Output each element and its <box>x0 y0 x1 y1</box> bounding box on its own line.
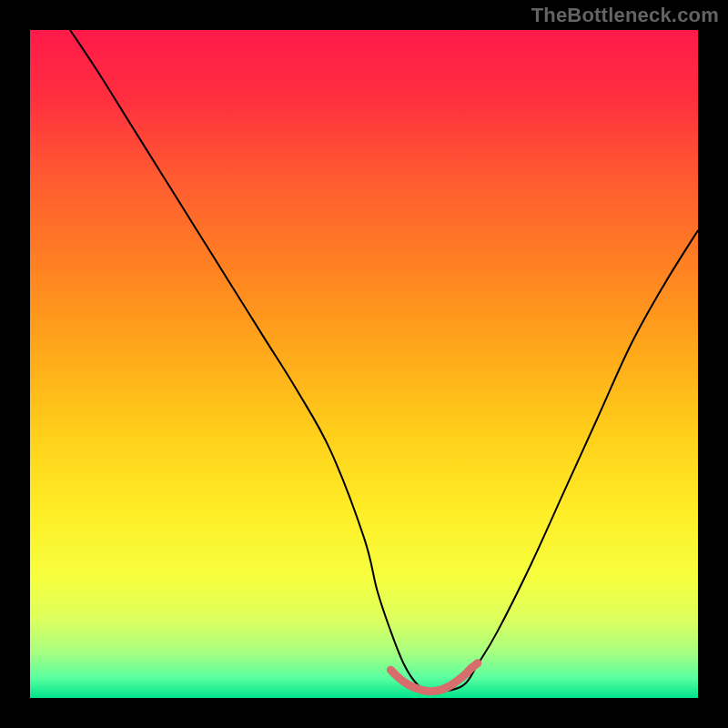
chart-frame: TheBottleneck.com <box>0 0 728 728</box>
bottleneck-curve <box>70 30 698 693</box>
curve-layer <box>30 30 698 698</box>
sweet-spot-marker <box>390 663 477 692</box>
plot-area <box>30 30 698 698</box>
watermark-text: TheBottleneck.com <box>531 4 719 27</box>
